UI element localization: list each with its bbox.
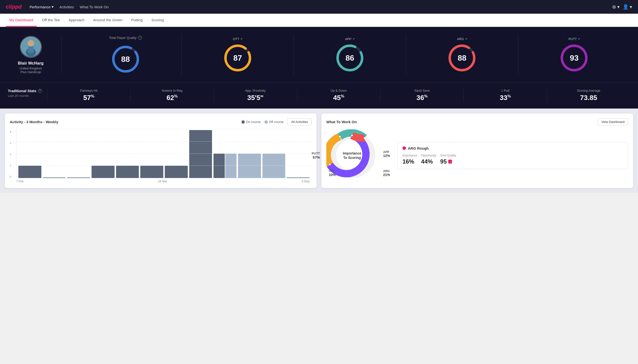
- info-metric-importance: Importance 16%: [402, 154, 417, 165]
- tab-around-the-green[interactable]: Around the Green: [90, 14, 126, 27]
- ott-ext-label: OTT 10%: [329, 170, 336, 177]
- traditional-stats-row: Traditional Stats ? Last 20 rounds Fairw…: [0, 83, 638, 108]
- player-handicap: Plus Handicap: [21, 70, 41, 74]
- info-metrics: Importance 16% Opportunity 44% Shot Qual…: [402, 154, 623, 165]
- bar-group-1: [18, 166, 41, 178]
- stat-oneputt-label: 1 Putt: [501, 89, 509, 92]
- importance-label: Importance: [402, 154, 417, 157]
- putt-label-ext: PUTT 57%: [312, 152, 320, 160]
- player-section: Blair McHarg United Kingdom Plus Handica…: [8, 36, 62, 74]
- putt-arrow-icon: ↗: [578, 38, 580, 40]
- score-ott-value: 87: [233, 53, 242, 62]
- nav-right: ⊕ ▾ 👤 ▾: [612, 4, 632, 10]
- stat-proximity-value: 35'5": [247, 94, 264, 102]
- help-icon[interactable]: ?: [138, 36, 142, 40]
- score-total-quality: Total Player Quality ? 88: [70, 34, 182, 76]
- svg-point-19: [351, 135, 353, 136]
- nav-links: Performance ▾ Activities What To Work On: [30, 5, 604, 9]
- stat-sandsave-value: 36%: [416, 94, 428, 102]
- user-chevron-icon: ▾: [630, 4, 632, 10]
- on-course-dot: [242, 120, 245, 124]
- info-metric-opportunity: Opportunity 44%: [421, 154, 436, 165]
- bar-group-9: [214, 154, 237, 178]
- ott-arrow-icon: ↗: [240, 38, 242, 40]
- tab-approach[interactable]: Approach: [65, 14, 88, 27]
- legend-off-course: Off course: [265, 120, 284, 124]
- tab-off-the-tee[interactable]: Off the Tee: [39, 14, 63, 27]
- score-arg: ARG ↗ 88: [406, 35, 518, 74]
- stat-fairways-value: 57%: [83, 94, 94, 102]
- avatar-image: [21, 37, 41, 57]
- avatar: [20, 36, 42, 58]
- activity-card-header: Activity - 3 Months - Weekly On course O…: [10, 118, 312, 126]
- stat-greens-in-reg: Greens In Reg 62%: [130, 89, 214, 102]
- svg-point-17: [339, 136, 341, 138]
- info-metric-shot-quality: Shot Quality 95 ↓: [440, 154, 456, 165]
- bar-group-12: [287, 178, 310, 178]
- dashboard-header: Blair McHarg United Kingdom Plus Handica…: [0, 27, 638, 83]
- stat-scoringavg-value: 73.85: [580, 94, 597, 102]
- stat-sandsave-label: Sand Save: [414, 89, 430, 92]
- nav-what-to-work-on[interactable]: What To Work On: [80, 5, 109, 9]
- chevron-down-icon: ▾: [52, 5, 54, 9]
- nav-performance[interactable]: Performance ▾: [30, 5, 54, 9]
- score-arg-value: 88: [458, 53, 466, 62]
- stat-greens-label: Greens In Reg: [162, 89, 183, 92]
- tab-my-dashboard[interactable]: My Dashboard: [6, 14, 37, 27]
- stat-oneputt-value: 33%: [500, 94, 511, 102]
- bar-group-2: [43, 178, 66, 178]
- work-on-card: What To Work On View Dashboard PUTT 57%: [321, 114, 633, 188]
- add-button[interactable]: ⊕ ▾: [612, 4, 620, 10]
- add-chevron-icon: ▾: [617, 4, 620, 10]
- stat-fairways-label: Fairways Hit: [80, 89, 98, 92]
- svg-point-18: [364, 137, 365, 138]
- bar-group-5: [116, 166, 139, 178]
- app-arrow-icon: ↗: [353, 38, 355, 40]
- app-logo: clippd: [6, 4, 22, 10]
- stat-items: Fairways Hit 57% Greens In Reg 62% App. …: [47, 89, 630, 102]
- score-app: APP ↗ 86: [294, 35, 406, 74]
- bar-chart: 0 1 2 3 4: [10, 129, 312, 183]
- tab-scoring[interactable]: Scoring: [148, 14, 167, 27]
- stats-help-icon[interactable]: ?: [38, 89, 42, 93]
- bar-group-8: [189, 130, 212, 178]
- view-dashboard-button[interactable]: View Dashboard: [598, 118, 628, 126]
- ring-ott: 87: [223, 43, 252, 72]
- stat-sand-save: Sand Save 36%: [380, 89, 464, 102]
- svg-point-1: [28, 40, 34, 46]
- score-putt-value: 93: [570, 53, 579, 62]
- stat-fairways-hit: Fairways Hit 57%: [47, 89, 130, 102]
- arg-arrow-icon: ↗: [465, 38, 467, 40]
- score-putt: PUTT ↗ 93: [518, 35, 630, 74]
- nav-activities[interactable]: Activities: [60, 5, 74, 9]
- y-axis: 0 1 2 3 4: [10, 129, 14, 178]
- tab-putting[interactable]: Putting: [128, 14, 146, 27]
- arg-ext-label: ARG 21%: [383, 170, 390, 177]
- info-card-wrapper: ARG Rough Importance 16% Opportunity 44%…: [397, 142, 628, 169]
- info-card-title: ARG Rough: [408, 146, 429, 150]
- all-activities-button[interactable]: All Activities: [287, 118, 312, 126]
- score-ott: OTT ↗ 87: [182, 35, 294, 74]
- stat-updown-label: Up & Down: [331, 89, 347, 92]
- off-course-dot: [265, 120, 268, 124]
- stat-greens-value: 62%: [166, 94, 177, 102]
- tab-bar: My Dashboard Off the Tee Approach Around…: [0, 14, 638, 27]
- ring-total: 88: [111, 44, 140, 74]
- opportunity-value: 44%: [421, 158, 436, 165]
- score-total-value: 88: [121, 55, 130, 64]
- stat-up-down: Up & Down 45%: [297, 89, 380, 102]
- stat-updown-value: 45%: [333, 94, 344, 102]
- down-arrow-badge: ↓: [448, 160, 452, 164]
- importance-value: 16%: [402, 158, 417, 165]
- plus-circle-icon: ⊕: [612, 4, 616, 10]
- scores-section: Total Player Quality ? 88 OTT ↗: [62, 34, 630, 76]
- info-card: ARG Rough Importance 16% Opportunity 44%…: [397, 142, 628, 169]
- work-on-title: What To Work On: [326, 120, 357, 124]
- svg-rect-3: [28, 46, 33, 52]
- player-country: United Kingdom: [19, 66, 42, 70]
- bar-group-7: [165, 166, 188, 178]
- stats-subtitle: Last 20 rounds: [8, 94, 47, 98]
- user-menu-button[interactable]: 👤 ▾: [622, 4, 632, 10]
- donut-chart-wrapper: PUTT 57%: [326, 129, 378, 182]
- ring-app: 86: [335, 43, 364, 72]
